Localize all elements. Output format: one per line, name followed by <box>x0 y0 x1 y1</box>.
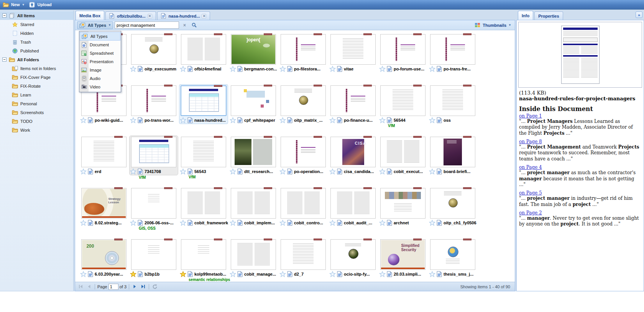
star-outline-icon[interactable] <box>230 220 236 226</box>
grid-item-b2bp1b[interactable]: b2bp1b <box>130 238 179 278</box>
star-filled-icon[interactable] <box>180 271 186 277</box>
grid-item-dtt-research[interactable]: dtt_research... <box>229 136 278 175</box>
star-outline-icon[interactable] <box>429 168 435 175</box>
new-button[interactable]: New ▼ <box>2 2 25 7</box>
collapse-toggle-icon[interactable] <box>2 13 7 18</box>
search-button[interactable] <box>190 21 198 29</box>
page-link[interactable]: on Page 5 <box>519 190 542 196</box>
star-outline-icon[interactable] <box>80 220 87 226</box>
grid-item-56543[interactable]: 56543VfM <box>179 136 228 175</box>
star-filled-icon[interactable] <box>130 271 136 277</box>
star-outline-icon[interactable] <box>230 168 236 175</box>
grid-item-ocio-sitp-fy[interactable]: ocio-sitp-fy... <box>329 238 378 278</box>
star-outline-icon[interactable] <box>379 168 386 175</box>
page-link[interactable]: on Page 1 <box>519 113 542 119</box>
grid-item-8-02-strateg[interactable]: Strategy Lesson8.02.strateg... <box>80 187 129 226</box>
menu-item-document[interactable]: Document <box>79 41 121 49</box>
last-page-button[interactable] <box>140 283 146 290</box>
star-outline-icon[interactable] <box>130 168 136 175</box>
sidebar-item-items-not-in-folders[interactable]: Items not in folders <box>0 64 73 73</box>
menu-item-spreadsheet[interactable]: Spreadsheet <box>79 49 121 57</box>
grid-item-20-03-simpli[interactable]: Simplified Security20.03.simpli... <box>379 238 428 278</box>
sidebar-item-starred[interactable]: Starred <box>0 20 73 29</box>
star-outline-icon[interactable] <box>180 168 186 175</box>
tab-ofbizbuildbu[interactable]: ofbizbuildbu... ✕ <box>105 11 156 20</box>
grid-item-po-filestora[interactable]: po-filestora... <box>279 33 328 72</box>
grid-item-bergmann-con[interactable]: ]open[bergmann-con... <box>229 33 278 72</box>
grid-item-cobit-audit[interactable]: cobit_audit_... <box>329 187 378 226</box>
menu-item-video[interactable]: Video <box>79 83 121 91</box>
star-outline-icon[interactable] <box>180 220 186 226</box>
grid-item-2006-06-oss[interactable]: 2006-06-oss-...GIS, OSS <box>130 187 179 226</box>
star-outline-icon[interactable] <box>429 271 435 277</box>
grid-item-po-trans-wor[interactable]: po-trans-wor... <box>130 85 179 124</box>
grid-item-oitp-execsumm[interactable]: oitp_execsumm <box>130 33 179 72</box>
grid-item-d2-7[interactable]: d2_7 <box>279 238 328 278</box>
menu-item-image[interactable]: Image <box>79 66 121 74</box>
sidebar-item-fix-rotate[interactable]: FIX-Rotate <box>0 82 73 90</box>
previous-page-button[interactable] <box>85 283 92 290</box>
grid-item-po-trans-fre[interactable]: po-trans-fre... <box>429 33 478 72</box>
star-outline-icon[interactable] <box>230 271 236 277</box>
tab-close-icon[interactable]: ✕ <box>148 14 152 18</box>
grid-item-6-03-200year[interactable]: 2006.03.200year... <box>80 238 129 278</box>
grid-item-po-operation[interactable]: po-operation... <box>279 136 328 175</box>
tab-close-icon[interactable]: ✕ <box>202 14 206 18</box>
star-outline-icon[interactable] <box>329 220 336 226</box>
sidebar-item-all-folders[interactable]: All Folders <box>0 55 73 64</box>
star-outline-icon[interactable] <box>429 66 435 72</box>
sidebar-item-hidden[interactable]: Hidden <box>0 29 73 38</box>
grid-item-cobit-execut[interactable]: cobit_execut... <box>379 136 428 175</box>
grid-item-board-briefi[interactable]: board-briefi... <box>429 136 478 175</box>
menu-item-all-types[interactable]: All Types <box>80 32 120 41</box>
sidebar-item-fix-cover-page[interactable]: FIX-Cover Page <box>0 73 73 82</box>
grid-item-vitae[interactable]: vitae <box>329 33 378 72</box>
grid-item-po-finance-u[interactable]: po-finance-u... <box>329 85 378 124</box>
tab-media-box[interactable]: Media Box <box>76 11 104 20</box>
grid-item-cobit-implem[interactable]: cobit_implem... <box>229 187 278 226</box>
grid-item-7341708[interactable]: 7341708VfM <box>129 136 178 175</box>
grid-item-oss[interactable]: oss <box>429 85 478 124</box>
star-outline-icon[interactable] <box>279 220 286 226</box>
sidebar-item-trash[interactable]: Trash <box>0 38 73 46</box>
star-outline-icon[interactable] <box>379 271 386 277</box>
star-outline-icon[interactable] <box>279 271 286 277</box>
grid-item-cobit-framework[interactable]: cobit_framework <box>179 187 228 226</box>
grid-item-cisa-candida[interactable]: CISAcisa_candida... <box>329 136 378 175</box>
grid-item-cobit-manage[interactable]: cobit_manage... <box>229 238 278 278</box>
grid-item-oitp-matrix[interactable]: oitp_matrix_... <box>279 85 328 124</box>
star-outline-icon[interactable] <box>379 220 386 226</box>
page-link[interactable]: on Page 4 <box>519 165 542 170</box>
grid-item-po-forum-use[interactable]: po-forum-use... <box>379 33 428 72</box>
collapse-toggle-icon[interactable] <box>2 57 7 62</box>
type-filter-button[interactable]: All Types ▼ <box>77 21 113 29</box>
star-outline-icon[interactable] <box>80 168 87 175</box>
star-outline-icon[interactable] <box>279 168 286 175</box>
star-outline-icon[interactable] <box>279 117 286 123</box>
star-outline-icon[interactable] <box>329 117 336 123</box>
star-outline-icon[interactable] <box>80 117 87 123</box>
menu-item-presentation[interactable]: Presentation <box>79 57 121 66</box>
star-outline-icon[interactable] <box>329 168 336 175</box>
sidebar-item-work[interactable]: Work <box>0 126 73 134</box>
search-input[interactable] <box>115 21 179 29</box>
star-outline-icon[interactable] <box>429 220 435 226</box>
star-outline-icon[interactable] <box>80 271 87 277</box>
star-outline-icon[interactable] <box>379 117 386 123</box>
grid-item-kolp99metaob[interactable]: kolp99metaob...semantic relationships <box>179 238 228 278</box>
grid-item-erd[interactable]: erd <box>80 136 129 175</box>
grid-item-archnet[interactable]: archnet <box>379 187 428 226</box>
first-page-button[interactable] <box>77 283 84 290</box>
star-outline-icon[interactable] <box>230 66 236 72</box>
view-selector[interactable]: Thumbnails ▼ <box>474 23 513 28</box>
sidebar-item-screenshots[interactable]: Screenshots <box>0 108 73 117</box>
grid-item-ofbiz4mefinal[interactable]: ofbiz4mefinal <box>179 33 228 72</box>
star-outline-icon[interactable] <box>329 66 336 72</box>
sidebar-item-learn[interactable]: Learn <box>0 90 73 99</box>
star-outline-icon[interactable] <box>130 117 136 123</box>
sidebar-item-personal[interactable]: Personal <box>0 99 73 108</box>
tab-properties[interactable]: Properties <box>534 11 563 20</box>
next-page-button[interactable] <box>131 283 138 290</box>
grid-item-56544[interactable]: 56544VfM <box>379 85 428 124</box>
page-link[interactable]: on Page 2 <box>519 210 542 216</box>
